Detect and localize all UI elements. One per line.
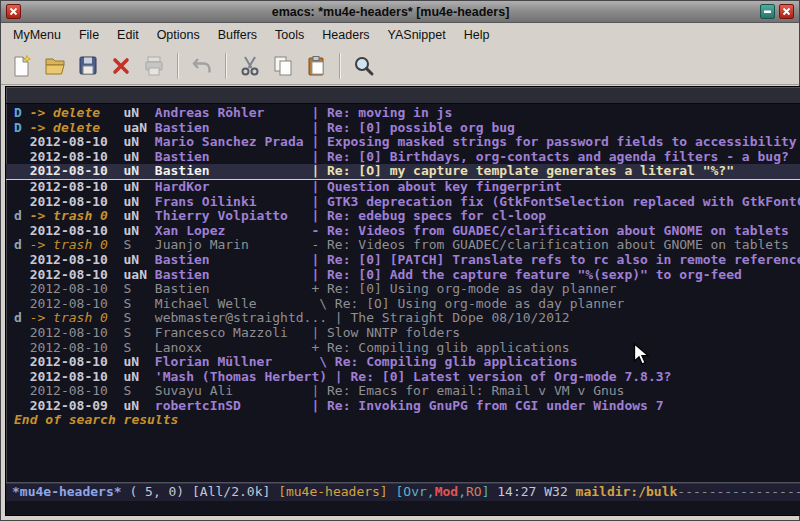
mark-action: -> trash 0: [30, 311, 124, 326]
sender: Florian Müllner: [155, 355, 312, 370]
flags: uN: [124, 253, 155, 268]
message-row[interactable]: 2012-08-10uN'Mash (Thomas Herbert)| Re: …: [6, 370, 800, 385]
modeline-token: ( 5, 0): [122, 484, 192, 499]
message-row[interactable]: 2012-08-10uNXan Lopez- Re: Videos from G…: [6, 224, 800, 239]
message-row[interactable]: d-> trash 0Swebmaster@straightd...| The …: [6, 311, 800, 326]
mark-indicator: [14, 268, 30, 283]
mark-action: -> trash 0: [30, 238, 124, 253]
sender: Andreas Röhler: [155, 106, 312, 121]
close-buffer-icon[interactable]: [106, 51, 136, 81]
mark-indicator: [14, 326, 30, 341]
window-shade-button[interactable]: [760, 4, 775, 19]
message-row[interactable]: 2012-08-10uNBastien| Re: [0] [PATCH] Tra…: [6, 253, 800, 268]
copy-icon[interactable]: [268, 51, 298, 81]
undo-icon: [187, 51, 217, 81]
mark-indicator: D: [14, 106, 30, 121]
cut-icon[interactable]: [235, 51, 265, 81]
message-row[interactable]: d-> trash 0uNThierry Volpiatto| Re: edeb…: [6, 209, 800, 224]
subject: + Re: [0] Using org-mode as day planner: [311, 282, 616, 296]
close-icon: [9, 7, 18, 16]
mark-action: -> delete: [30, 106, 124, 121]
menu-item-options[interactable]: Options: [148, 24, 209, 46]
menu-item-tools[interactable]: Tools: [266, 24, 313, 46]
message-row[interactable]: 2012-08-10uaNBastien| Re: [0] Add the ca…: [6, 268, 800, 283]
message-row[interactable]: 2012-08-10uNBastien| Re: [0] Birthdays, …: [6, 150, 800, 165]
mark-indicator: d: [14, 238, 30, 253]
message-row[interactable]: D-> deleteuaNBastien| Re: [0] possible o…: [6, 121, 800, 136]
modeline-token: RO: [466, 484, 482, 499]
search-icon[interactable]: [349, 51, 379, 81]
subject: | Re: Emacs for email: Rmail v VM v Gnus: [311, 384, 624, 398]
sender: webmaster@straightd...: [155, 311, 335, 326]
menu-item-mymenu[interactable]: MyMenu: [4, 24, 70, 46]
message-row[interactable]: 2012-08-10uNMario Sanchez Prada| Exposin…: [6, 135, 800, 150]
menu-item-help[interactable]: Help: [455, 24, 499, 46]
sender: Bastien: [155, 121, 312, 136]
message-row[interactable]: 2012-08-10SLanoxx+ Re: Compiling glib ap…: [6, 341, 800, 356]
mark-indicator: [14, 150, 30, 165]
flags: S: [124, 297, 155, 312]
sender: Frans Oilinki: [155, 195, 312, 210]
window-close-button[interactable]: [6, 4, 21, 19]
menu-item-yasnippet[interactable]: YASnippet: [379, 24, 455, 46]
message-row[interactable]: 2012-08-10SSuvayu Ali| Re: Emacs for ema…: [6, 384, 800, 399]
date: 2012-08-10: [30, 195, 124, 210]
mark-indicator: d: [14, 209, 30, 224]
sender: Lanoxx: [155, 341, 312, 356]
date: 2012-08-10: [30, 282, 124, 297]
message-list: D-> deleteuNAndreas Röhler| Re: moving i…: [6, 104, 800, 413]
flags: uN: [124, 150, 155, 165]
date: 2012-08-10: [30, 150, 124, 165]
menu-item-edit[interactable]: Edit: [108, 24, 148, 46]
sender: Thierry Volpiatto: [155, 209, 312, 224]
toolbar-separator: [177, 53, 179, 79]
modeline-token: [All/2.0k]: [192, 484, 278, 499]
message-row[interactable]: 2012-08-09uNrobertcInSD| Re: Invoking Gn…: [6, 399, 800, 414]
flags: S: [124, 341, 155, 356]
menu-item-file[interactable]: File: [70, 24, 108, 46]
message-row[interactable]: 2012-08-10SMichael Welle \ Re: [O] Using…: [6, 297, 800, 312]
flags: uN: [124, 135, 155, 150]
message-row[interactable]: 2012-08-10uNFlorian Müllner \ Re: Compil…: [6, 355, 800, 370]
message-row[interactable]: D-> deleteuNAndreas Röhler| Re: moving i…: [6, 106, 800, 121]
sender: Francesco Mazzoli: [155, 326, 312, 341]
open-file-icon[interactable]: [40, 51, 70, 81]
mode-line[interactable]: *mu4e-headers* ( 5, 0) [All/2.0k] [mu4e-…: [6, 482, 800, 501]
flags: S: [124, 384, 155, 399]
toolbar-separator: [339, 53, 341, 79]
date: 2012-08-10: [30, 268, 124, 283]
mark-action: -> trash 0: [30, 209, 124, 224]
modeline-token: ,: [458, 484, 466, 499]
message-row[interactable]: 2012-08-10uNBastien| Re: [O] my capture …: [6, 164, 800, 180]
subject: | Question about key fingerprint: [311, 180, 561, 194]
mark-indicator: [14, 224, 30, 239]
menu-item-headers[interactable]: Headers: [313, 24, 378, 46]
modeline-token: [mu4e-headers]: [278, 484, 388, 499]
modeline-buffer-name[interactable]: *mu4e-headers*: [12, 484, 122, 499]
new-file-icon[interactable]: [7, 51, 37, 81]
minibuffer[interactable]: [6, 501, 800, 515]
sender: Juanjo Marin: [155, 238, 312, 253]
subject: \ Re: Compiling glib applications: [311, 355, 577, 369]
message-row[interactable]: 2012-08-10uNFrans Oilinki| GTK3 deprecat…: [6, 195, 800, 210]
paste-icon[interactable]: [301, 51, 331, 81]
date: 2012-08-10: [30, 253, 124, 268]
menu-item-buffers[interactable]: Buffers: [209, 24, 266, 46]
mark-indicator: [14, 399, 30, 414]
mark-indicator: [14, 135, 30, 150]
mark-indicator: [14, 297, 30, 312]
message-row[interactable]: 2012-08-10uNHardKor| Question about key …: [6, 180, 800, 195]
subject: | Re: [O] my capture template generates …: [311, 164, 734, 178]
sender: HardKor: [155, 180, 312, 195]
subject: | Re: [0] Latest version of Org-mode 7.8…: [335, 370, 672, 384]
subject: | Re: [0] Birthdays, org-contacts and ag…: [311, 150, 788, 164]
date: 2012-08-10: [30, 135, 124, 150]
subject: | Re: Invoking GnuPG from CGI under Wind…: [311, 399, 663, 413]
message-row[interactable]: d-> trash 0SJuanjo Marin- Re: Videos fro…: [6, 238, 800, 253]
sender: Bastien: [155, 268, 312, 283]
window-close-button-right[interactable]: [779, 4, 794, 19]
save-icon[interactable]: [73, 51, 103, 81]
message-row[interactable]: 2012-08-10SFrancesco Mazzoli| Slow NNTP …: [6, 326, 800, 341]
message-row[interactable]: 2012-08-10SBastien+ Re: [0] Using org-mo…: [6, 282, 800, 297]
subject: \ Re: [O] Using org-mode as day planner: [311, 297, 624, 311]
